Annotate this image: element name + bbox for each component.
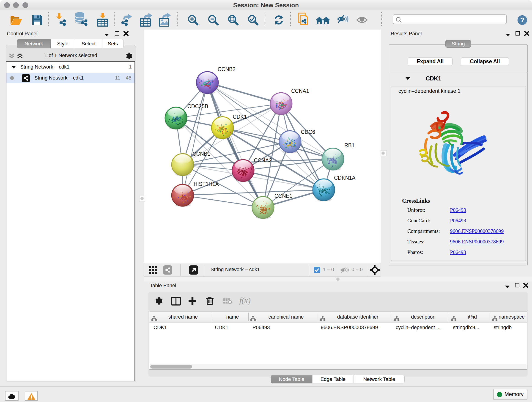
svg-text:RB1: RB1	[344, 142, 355, 148]
svg-text:CCNB1: CCNB1	[192, 151, 210, 157]
svg-text:f(x): f(x)	[239, 296, 251, 305]
svg-text:CCNE1: CCNE1	[274, 193, 292, 199]
svg-text:CCNA1: CCNA1	[291, 88, 309, 94]
svg-text:CDC25B: CDC25B	[187, 103, 208, 109]
svg-text:CDK1: CDK1	[233, 114, 247, 120]
svg-text:CDC6: CDC6	[301, 129, 315, 135]
svg-text:CCNA2: CCNA2	[254, 157, 272, 163]
svg-text:CCNB2: CCNB2	[218, 66, 235, 72]
svg-text:?: ?	[520, 16, 524, 24]
svg-text:CDKN1A: CDKN1A	[334, 175, 355, 181]
svg-text:HIST1H1A: HIST1H1A	[194, 181, 219, 187]
